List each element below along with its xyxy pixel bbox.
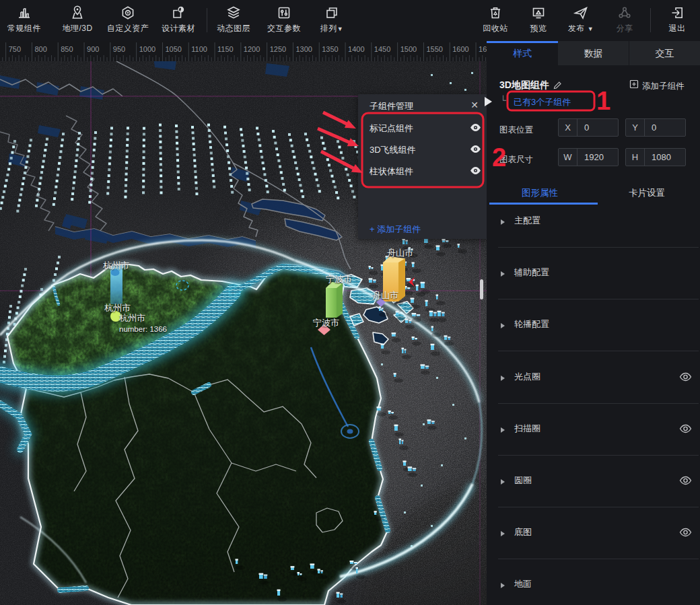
svg-text:800: 800 [34, 45, 46, 53]
svg-text:1650: 1650 [479, 45, 487, 53]
svg-text:1600: 1600 [452, 45, 468, 53]
svg-text:750: 750 [9, 45, 21, 53]
svg-text:1050: 1050 [165, 45, 181, 53]
svg-text:舟山市: 舟山市 [387, 248, 413, 258]
svg-text:宁波市: 宁波市 [326, 274, 352, 284]
svg-text:number: 1366: number: 1366 [119, 325, 167, 333]
svg-text:杭州市: 杭州市 [103, 260, 129, 271]
svg-text:1300: 1300 [295, 45, 312, 53]
svg-text:1250: 1250 [270, 45, 286, 53]
svg-text:950: 950 [113, 45, 125, 53]
svg-text:1550: 1550 [426, 45, 442, 53]
svg-text:900: 900 [87, 45, 99, 53]
svg-text:1000: 1000 [139, 45, 155, 53]
svg-text:1100: 1100 [191, 45, 207, 53]
svg-text:舟山市: 舟山市 [372, 290, 398, 300]
svg-text:1400: 1400 [348, 45, 364, 53]
svg-text:宁波市: 宁波市 [313, 318, 339, 328]
svg-text:850: 850 [61, 45, 73, 53]
svg-text:杭州市: 杭州市 [104, 303, 131, 313]
svg-text:1150: 1150 [217, 45, 234, 53]
svg-text:1200: 1200 [244, 45, 260, 53]
svg-text:杭州市: 杭州市 [119, 313, 145, 323]
svg-text:1500: 1500 [400, 45, 417, 53]
svg-text:1350: 1350 [322, 45, 338, 53]
svg-text:1450: 1450 [374, 45, 390, 53]
